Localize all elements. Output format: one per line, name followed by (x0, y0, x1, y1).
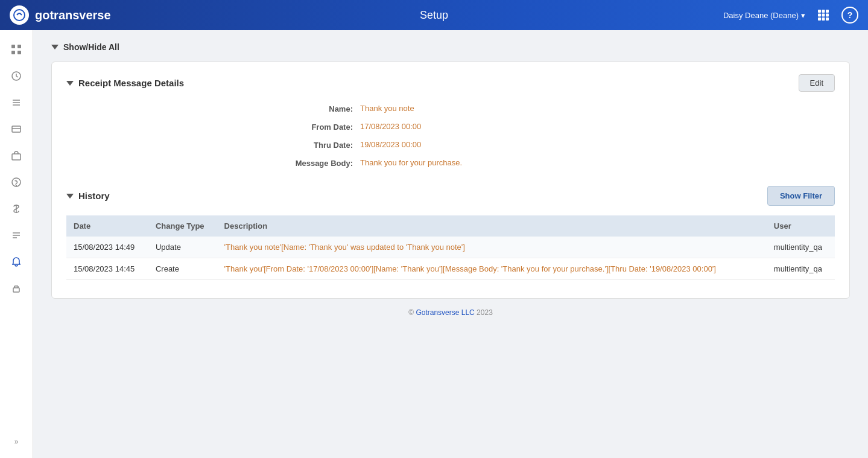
row2-date: 15/08/2023 14:45 (66, 258, 148, 280)
detail-row-name: Name: Thank you note (276, 104, 626, 113)
message-body-label: Message Body: (276, 158, 360, 168)
receipt-section-title: Receipt Message Details (66, 78, 184, 88)
history-triangle-icon (66, 194, 74, 199)
row1-description: 'Thank you note'[Name: 'Thank you' was u… (217, 237, 767, 258)
sidebar-item-bag[interactable] (4, 144, 28, 168)
history-table: Date Change Type Description User 15/08/… (66, 215, 835, 280)
table-row: 15/08/2023 14:45 Create 'Thank you'[From… (66, 258, 835, 280)
svg-rect-7 (818, 17, 821, 21)
row1-user: multientity_qa (767, 237, 835, 258)
svg-rect-6 (826, 14, 829, 17)
detail-row-message-body: Message Body: Thank you for your purchas… (276, 158, 626, 168)
name-value: Thank you note (360, 104, 414, 113)
table-row: 15/08/2023 14:49 Update 'Thank you note'… (66, 237, 835, 258)
sidebar-item-dollar[interactable] (4, 197, 28, 221)
row2-description: 'Thank you'[From Date: '17/08/2023 00:00… (217, 258, 767, 280)
sidebar-item-clock[interactable] (4, 64, 28, 88)
svg-rect-3 (826, 10, 829, 13)
show-filter-button[interactable]: Show Filter (767, 186, 835, 206)
main-content: Show/Hide All Receipt Message Details Ed… (33, 30, 868, 458)
page-title: Setup (420, 9, 448, 22)
detail-fields: Name: Thank you note From Date: 17/08/20… (239, 104, 662, 168)
name-label: Name: (276, 104, 360, 113)
svg-rect-27 (13, 288, 19, 292)
top-nav-right: Daisy Deane (Deane) ▾ ? (723, 7, 858, 24)
history-table-header-row: Date Change Type Description User (66, 215, 835, 237)
sidebar-item-card[interactable] (4, 117, 28, 141)
receipt-section-header: Receipt Message Details Edit (66, 74, 835, 92)
receipt-message-details-section: Receipt Message Details Edit Name: Thank… (66, 74, 835, 168)
receipt-triangle-icon (66, 81, 74, 86)
svg-rect-2 (822, 10, 825, 13)
history-table-body: 15/08/2023 14:49 Update 'Thank you note'… (66, 237, 835, 280)
triangle-down-icon (51, 45, 59, 49)
svg-rect-5 (822, 14, 825, 17)
footer-company-link[interactable]: Gotransverse LLC (416, 308, 474, 317)
help-icon[interactable]: ? (841, 7, 858, 24)
thru-date-label: Thru Date: (276, 140, 360, 150)
message-body-value: Thank you for your purchase. (360, 158, 462, 167)
logo-text: gotransverse (35, 8, 111, 22)
history-table-head: Date Change Type Description User (66, 215, 835, 237)
apps-icon[interactable] (815, 7, 832, 24)
main-card: Receipt Message Details Edit Name: Thank… (51, 62, 850, 299)
col-header-user: User (767, 215, 835, 237)
thru-date-value: 19/08/2023 00:00 (360, 140, 421, 149)
col-header-change-type: Change Type (148, 215, 217, 237)
svg-point-22 (16, 186, 17, 186)
sidebar-item-bell[interactable] (4, 250, 28, 274)
sidebar-expand[interactable]: » (4, 433, 28, 451)
top-nav: gotransverse Setup Daisy Deane (Deane) ▾… (0, 0, 868, 30)
detail-row-from-date: From Date: 17/08/2023 00:00 (276, 122, 626, 132)
history-section: History Show Filter Date Change Type Des… (66, 186, 835, 280)
sidebar-item-list[interactable] (4, 91, 28, 115)
logo: gotransverse (10, 5, 111, 25)
svg-rect-10 (11, 45, 15, 48)
footer-copyright: © (408, 308, 416, 317)
svg-rect-4 (818, 14, 821, 17)
detail-row-thru-date: Thru Date: 19/08/2023 00:00 (276, 140, 626, 150)
user-menu[interactable]: Daisy Deane (Deane) ▾ (723, 11, 805, 20)
sidebar: » (0, 30, 33, 458)
row1-change-type: Update (148, 237, 217, 258)
show-hide-all-label: Show/Hide All (63, 42, 119, 52)
history-header: History Show Filter (66, 186, 835, 206)
from-date-value: 17/08/2023 00:00 (360, 122, 421, 131)
show-hide-all-toggle[interactable]: Show/Hide All (51, 42, 850, 52)
svg-rect-12 (11, 51, 15, 54)
svg-rect-18 (12, 126, 21, 132)
svg-rect-9 (826, 17, 829, 21)
svg-rect-13 (17, 51, 21, 54)
row2-user: multientity_qa (767, 258, 835, 280)
svg-point-0 (14, 10, 25, 21)
svg-rect-11 (17, 45, 21, 48)
svg-rect-8 (822, 17, 825, 21)
app-body: » Show/Hide All Receipt Message Details … (0, 30, 868, 458)
col-header-date: Date (66, 215, 148, 237)
footer-year: 2023 (477, 308, 493, 317)
svg-rect-20 (12, 154, 21, 160)
row2-change-type: Create (148, 258, 217, 280)
history-section-title: History (66, 191, 110, 201)
edit-button[interactable]: Edit (799, 74, 835, 92)
row1-date: 15/08/2023 14:49 (66, 237, 148, 258)
sidebar-item-lines[interactable] (4, 223, 28, 247)
sidebar-item-grid[interactable] (4, 37, 28, 62)
from-date-label: From Date: (276, 122, 360, 132)
sidebar-item-help[interactable] (4, 170, 28, 194)
sidebar-item-plugin[interactable] (4, 276, 28, 301)
logo-icon (10, 5, 29, 25)
col-header-description: Description (217, 215, 767, 237)
sidebar-bottom: » (4, 433, 28, 451)
footer: © Gotransverse LLC 2023 (51, 299, 850, 326)
svg-rect-1 (818, 10, 821, 13)
